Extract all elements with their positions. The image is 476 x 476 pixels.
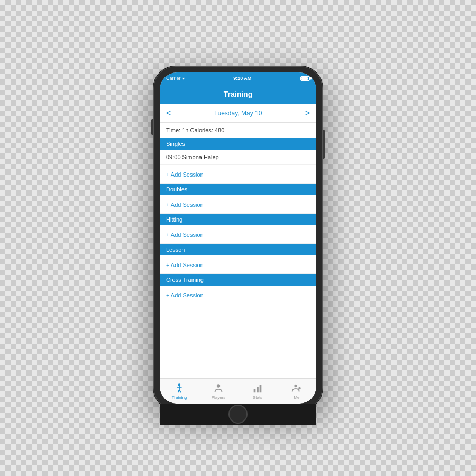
current-date: Tuesday, May 10 xyxy=(214,109,262,117)
singles-add-row[interactable]: + Add Session xyxy=(160,165,316,184)
stats-icon xyxy=(252,382,263,394)
players-icon xyxy=(213,382,224,394)
home-button[interactable] xyxy=(228,405,248,424)
tab-stats[interactable]: Stats xyxy=(238,382,277,400)
crosstraining-add-btn[interactable]: + Add Session xyxy=(166,292,204,298)
section-doubles-label: Doubles xyxy=(166,186,187,193)
section-singles-header: Singles xyxy=(160,138,316,150)
tab-players-label: Players xyxy=(212,395,226,400)
training-icon xyxy=(173,382,185,394)
prev-date-arrow[interactable]: < xyxy=(166,108,171,118)
next-date-arrow[interactable]: > xyxy=(305,108,310,118)
tab-bar: Training Players Stats xyxy=(160,378,316,404)
screen: Carrier ▾ 9:20 AM Training < xyxy=(160,72,316,404)
navigation-bar: Training xyxy=(160,84,316,104)
battery-indicator xyxy=(300,76,310,81)
tab-stats-label: Stats xyxy=(253,395,262,400)
tab-me-label: Me xyxy=(294,395,299,400)
phone-inner: Carrier ▾ 9:20 AM Training < xyxy=(160,72,316,404)
hitting-add-row[interactable]: + Add Session xyxy=(160,225,316,244)
carrier-label: Carrier xyxy=(166,76,181,81)
hitting-add-btn[interactable]: + Add Session xyxy=(166,232,204,238)
battery-fill xyxy=(301,77,308,80)
nav-title: Training xyxy=(224,90,252,98)
tab-me[interactable]: Me xyxy=(277,382,316,400)
status-bar: Carrier ▾ 9:20 AM xyxy=(160,72,316,84)
svg-point-10 xyxy=(298,387,301,390)
section-hitting-label: Hitting xyxy=(166,216,182,223)
svg-point-0 xyxy=(178,383,181,386)
svg-point-9 xyxy=(294,385,297,388)
me-icon xyxy=(291,382,303,394)
singles-session-1[interactable]: 09:00 Simona Halep xyxy=(160,150,316,165)
wifi-icon: ▾ xyxy=(182,76,185,81)
svg-line-4 xyxy=(179,390,181,393)
svg-point-5 xyxy=(217,384,220,387)
stats-row: Time: 1h Calories: 480 xyxy=(160,123,316,138)
crosstraining-add-row[interactable]: + Add Session xyxy=(160,286,316,304)
section-crosstraining-label: Cross Training xyxy=(166,277,204,283)
lesson-add-row[interactable]: + Add Session xyxy=(160,255,316,274)
date-navigator[interactable]: < Tuesday, May 10 > xyxy=(160,104,316,123)
section-lesson-header: Lesson xyxy=(160,244,316,255)
battery-icon xyxy=(300,76,310,81)
singles-session-1-text: 09:00 Simona Halep xyxy=(166,154,219,160)
svg-rect-6 xyxy=(254,389,256,392)
lesson-add-btn[interactable]: + Add Session xyxy=(166,262,204,268)
phone-device: Carrier ▾ 9:20 AM Training < xyxy=(153,66,323,410)
status-time: 9:20 AM xyxy=(233,76,251,81)
tab-training-label: Training xyxy=(172,395,187,400)
main-content: < Tuesday, May 10 > Time: 1h Calories: 4… xyxy=(160,104,316,378)
singles-add-btn[interactable]: + Add Session xyxy=(166,171,204,178)
carrier-info: Carrier ▾ xyxy=(166,76,185,81)
stats-text: Time: 1h Calories: 480 xyxy=(166,127,224,133)
section-doubles-header: Doubles xyxy=(160,184,316,195)
svg-rect-8 xyxy=(260,385,262,393)
doubles-add-btn[interactable]: + Add Session xyxy=(166,202,204,208)
tab-players[interactable]: Players xyxy=(199,382,238,400)
section-singles-label: Singles xyxy=(166,141,185,147)
section-hitting-header: Hitting xyxy=(160,214,316,225)
tab-training[interactable]: Training xyxy=(160,382,199,400)
doubles-add-row[interactable]: + Add Session xyxy=(160,195,316,214)
home-button-area xyxy=(160,404,316,425)
section-lesson-label: Lesson xyxy=(166,246,185,253)
svg-rect-7 xyxy=(257,387,259,392)
section-crosstraining-header: Cross Training xyxy=(160,274,316,286)
